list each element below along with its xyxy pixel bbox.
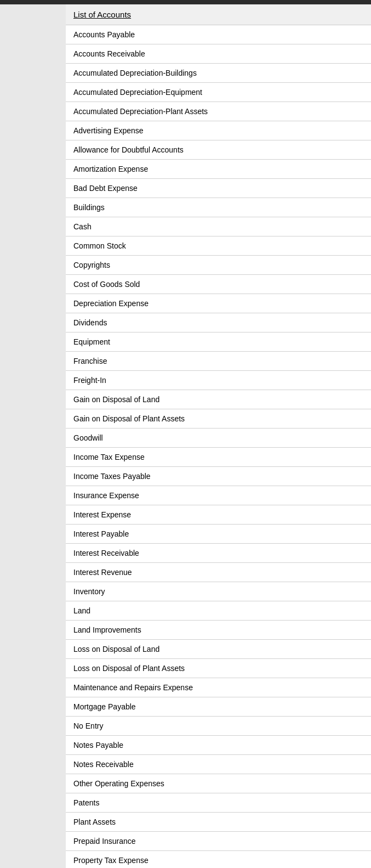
list-item[interactable]: Income Taxes Payable	[66, 467, 371, 486]
list-item[interactable]: Gain on Disposal of Land	[66, 390, 371, 409]
list-item[interactable]: Advertising Expense	[66, 121, 371, 140]
list-item[interactable]: Accumulated Depreciation-Plant Assets	[66, 102, 371, 121]
list-item[interactable]: Freight-In	[66, 371, 371, 390]
list-item[interactable]: Interest Receivable	[66, 544, 371, 563]
list-item[interactable]: Cash	[66, 217, 371, 236]
accounts-list-container: List of Accounts Accounts PayableAccount…	[66, 4, 371, 868]
list-item[interactable]: Notes Payable	[66, 736, 371, 755]
list-item[interactable]: Accounts Receivable	[66, 44, 371, 64]
list-item[interactable]: Gain on Disposal of Plant Assets	[66, 409, 371, 429]
list-item[interactable]: Loss on Disposal of Plant Assets	[66, 659, 371, 678]
list-item[interactable]: Accumulated Depreciation-Equipment	[66, 83, 371, 102]
list-item[interactable]: Inventory	[66, 582, 371, 601]
list-item[interactable]: Property Tax Expense	[66, 851, 371, 868]
list-item[interactable]: Equipment	[66, 332, 371, 352]
list-item[interactable]: Notes Receivable	[66, 755, 371, 774]
list-item[interactable]: Cost of Goods Sold	[66, 275, 371, 294]
top-bar	[0, 0, 371, 4]
list-item[interactable]: Buildings	[66, 198, 371, 217]
list-item[interactable]: Bad Debt Expense	[66, 179, 371, 198]
list-header: List of Accounts	[66, 4, 371, 25]
list-item[interactable]: Amortization Expense	[66, 160, 371, 179]
list-item[interactable]: Maintenance and Repairs Expense	[66, 678, 371, 697]
list-item[interactable]: Common Stock	[66, 236, 371, 256]
list-item[interactable]: Income Tax Expense	[66, 448, 371, 467]
list-title: List of Accounts	[73, 10, 131, 19]
list-item[interactable]: No Entry	[66, 717, 371, 736]
list-item[interactable]: Interest Payable	[66, 525, 371, 544]
list-item[interactable]: Interest Expense	[66, 505, 371, 525]
list-item[interactable]: Accumulated Depreciation-Buildings	[66, 64, 371, 83]
list-item[interactable]: Land Improvements	[66, 621, 371, 640]
list-item[interactable]: Dividends	[66, 313, 371, 332]
list-item[interactable]: Prepaid Insurance	[66, 832, 371, 851]
list-item[interactable]: Other Operating Expenses	[66, 774, 371, 793]
list-item[interactable]: Loss on Disposal of Land	[66, 640, 371, 659]
list-item[interactable]: Land	[66, 601, 371, 621]
list-item[interactable]: Goodwill	[66, 429, 371, 448]
list-item[interactable]: Accounts Payable	[66, 25, 371, 44]
list-item[interactable]: Copyrights	[66, 256, 371, 275]
list-item[interactable]: Franchise	[66, 352, 371, 371]
list-item[interactable]: Insurance Expense	[66, 486, 371, 505]
accounts-list: Accounts PayableAccounts ReceivableAccum…	[66, 25, 371, 868]
list-item[interactable]: Plant Assets	[66, 813, 371, 832]
list-item[interactable]: Patents	[66, 793, 371, 813]
list-item[interactable]: Mortgage Payable	[66, 697, 371, 717]
list-item[interactable]: Interest Revenue	[66, 563, 371, 582]
list-item[interactable]: Allowance for Doubtful Accounts	[66, 140, 371, 160]
list-item[interactable]: Depreciation Expense	[66, 294, 371, 313]
